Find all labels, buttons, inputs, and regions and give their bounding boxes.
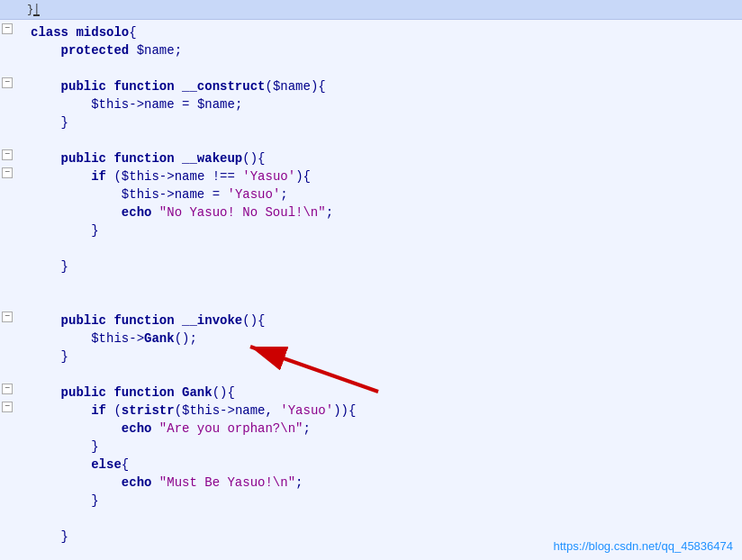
- watermark: https://blog.csdn.net/qq_45836474: [554, 539, 734, 553]
- line-blank5: [0, 294, 742, 312]
- code-invoke: public function __invoke(){: [27, 312, 742, 330]
- code-close-else: }: [27, 492, 742, 510]
- fold-stristr[interactable]: −: [2, 402, 13, 412]
- code-close-construct: }: [27, 113, 742, 131]
- fold-if[interactable]: −: [2, 167, 13, 178]
- fold-gank-def[interactable]: −: [2, 384, 13, 394]
- gutter-construct: −: [0, 77, 27, 88]
- line-stristr: − if (stristr($this->name, 'Yasuo')){: [0, 402, 742, 420]
- fold-invoke[interactable]: −: [2, 312, 13, 322]
- line-class: − class midsolo{: [0, 23, 742, 41]
- gutter-gank-def: −: [0, 384, 27, 394]
- code-orphan: echo "Are you orphan?\n";: [27, 420, 742, 438]
- fold-construct[interactable]: −: [2, 77, 13, 88]
- code-area: − class midsolo{ protected $name; − publ…: [0, 20, 742, 560]
- code-blank3: [27, 239, 742, 257]
- code-close-stristr: }: [27, 438, 742, 456]
- line-set-yasuo: $this->name = 'Yasuo';: [0, 185, 742, 203]
- gutter-class: −: [0, 23, 27, 34]
- line-close-stristr: }: [0, 438, 742, 456]
- line-blank7: [0, 510, 742, 528]
- code-blank7: [27, 510, 742, 528]
- code-blank1: [27, 59, 742, 77]
- top-bar: } |: [0, 0, 742, 20]
- line-blank1: [0, 59, 742, 77]
- line-gank-call: $this->Gank();: [0, 330, 742, 348]
- line-blank3: [0, 239, 742, 257]
- line-wakeup: − public function __wakeup(){: [0, 149, 742, 167]
- line-invoke: − public function __invoke(){: [0, 312, 742, 330]
- line-close-invoke: }: [0, 348, 742, 366]
- code-this-name: $this->name = $name;: [27, 95, 742, 113]
- line-orphan: echo "Are you orphan?\n";: [0, 420, 742, 438]
- line-gank-def: − public function Gank(){: [0, 384, 742, 402]
- code-close-wakeup: }: [27, 257, 742, 275]
- line-blank4: [0, 275, 742, 294]
- gutter-wakeup: −: [0, 149, 27, 160]
- line-this-name: $this->name = $name;: [0, 95, 742, 113]
- line-if: − if ($this->name !== 'Yasuo'){: [0, 167, 742, 185]
- code-if: if ($this->name !== 'Yasuo'){: [27, 167, 742, 185]
- line-close-else: }: [0, 492, 742, 510]
- code-must-yasuo: echo "Must Be Yasuo!\n";: [27, 474, 742, 492]
- code-gank-def: public function Gank(){: [27, 384, 742, 402]
- code-close-if: }: [27, 221, 742, 239]
- line-blank2: [0, 131, 742, 149]
- gutter-if: −: [0, 167, 27, 178]
- fold-class[interactable]: −: [2, 23, 13, 34]
- line-protected: protected $name;: [0, 41, 742, 59]
- code-blank4: [27, 275, 742, 294]
- line-blank6: [0, 366, 742, 384]
- line-else: else{: [0, 456, 742, 474]
- code-else: else{: [27, 456, 742, 474]
- top-bar-text: }: [27, 4, 33, 16]
- code-blank5: [27, 294, 742, 312]
- code-set-yasuo: $this->name = 'Yasuo';: [27, 185, 742, 203]
- code-blank6: [27, 366, 742, 384]
- line-close-construct: }: [0, 113, 742, 131]
- code-echo-nosoul: echo "No Yasuo! No Soul!\n";: [27, 203, 742, 221]
- code-blank2: [27, 131, 742, 149]
- line-construct: − public function __construct($name){: [0, 77, 742, 95]
- code-class: class midsolo{: [27, 23, 742, 41]
- gutter-invoke: −: [0, 312, 27, 322]
- line-echo-nosoul: echo "No Yasuo! No Soul!\n";: [0, 203, 742, 221]
- code-editor: } | − class midsolo{ protected $name; −: [0, 0, 742, 560]
- cursor: |: [33, 4, 40, 16]
- line-close-wakeup: }: [0, 257, 742, 275]
- code-stristr: if (stristr($this->name, 'Yasuo')){: [27, 402, 742, 420]
- code-protected: protected $name;: [27, 41, 742, 59]
- line-must-yasuo: echo "Must Be Yasuo!\n";: [0, 474, 742, 492]
- code-gank-call: $this->Gank();: [27, 330, 742, 348]
- line-close-if: }: [0, 221, 742, 239]
- fold-wakeup[interactable]: −: [2, 149, 13, 160]
- gutter-stristr: −: [0, 402, 27, 412]
- code-close-invoke: }: [27, 348, 742, 366]
- code-wakeup: public function __wakeup(){: [27, 149, 742, 167]
- code-construct: public function __construct($name){: [27, 77, 742, 95]
